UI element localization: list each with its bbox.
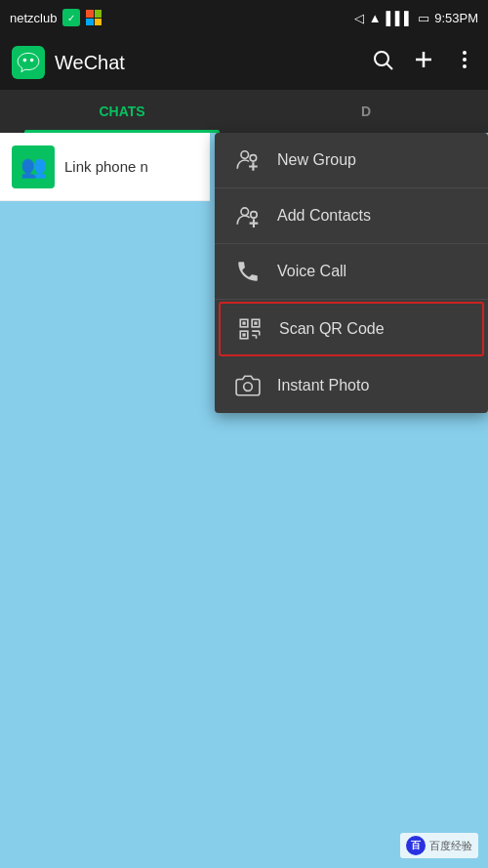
add-contacts-icon xyxy=(234,202,262,229)
svg-rect-22 xyxy=(242,333,245,336)
status-left: netzclub ✓ xyxy=(10,9,102,26)
wifi-icon: ▲ xyxy=(369,11,382,25)
voice-call-icon xyxy=(234,258,262,285)
add-button[interactable] xyxy=(412,48,435,77)
chat-avatar-icon: 👥 xyxy=(20,154,47,180)
svg-point-14 xyxy=(251,212,258,219)
dropdown-menu: New Group Add Contacts Voi xyxy=(215,133,488,413)
chat-avatar: 👥 xyxy=(12,145,55,188)
chat-name: Link phone n xyxy=(64,158,148,175)
top-bar: WeChat xyxy=(0,35,488,90)
scan-qr-label: Scan QR Code xyxy=(279,320,385,338)
watermark: 百 百度经验 xyxy=(400,833,478,858)
battery-icon: ▭ xyxy=(418,11,429,25)
status-right: ◁ ▲ ▌▌▌ ▭ 9:53PM xyxy=(354,11,478,25)
svg-point-13 xyxy=(241,208,249,216)
voice-call-label: Voice Call xyxy=(277,263,346,280)
top-icons xyxy=(371,48,476,77)
svg-line-3 xyxy=(386,63,392,69)
menu-item-new-group[interactable]: New Group xyxy=(215,133,488,188)
signal-icon: ▌▌▌ xyxy=(386,11,414,25)
menu-item-add-contacts[interactable]: Add Contacts xyxy=(215,188,488,244)
app-title: WeChat xyxy=(55,52,361,74)
menu-item-instant-photo[interactable]: Instant Photo xyxy=(215,358,488,413)
app-name-status: netzclub xyxy=(10,11,57,25)
add-contacts-label: Add Contacts xyxy=(277,207,371,225)
status-bar: netzclub ✓ ◁ ▲ ▌▌▌ ▭ 9:53PM xyxy=(0,0,488,35)
scan-qr-icon xyxy=(236,315,264,343)
menu-item-scan-qr[interactable]: Scan QR Code xyxy=(219,302,484,356)
camera-icon xyxy=(234,372,262,399)
windows-icon xyxy=(86,10,102,25)
tab-discover[interactable]: D xyxy=(244,90,488,133)
more-button[interactable] xyxy=(453,48,476,77)
svg-rect-21 xyxy=(254,321,257,324)
instant-photo-label: Instant Photo xyxy=(277,377,369,394)
chat-list-item[interactable]: 👥 Link phone n xyxy=(0,133,210,201)
svg-point-7 xyxy=(463,58,467,62)
tab-bar: CHATS D xyxy=(0,90,488,133)
search-button[interactable] xyxy=(371,48,394,77)
svg-point-8 xyxy=(463,64,467,68)
svg-point-9 xyxy=(241,151,249,159)
baidu-logo: 百 xyxy=(406,836,426,855)
watermark-text: 百度经验 xyxy=(429,839,472,853)
wechat-logo xyxy=(12,46,45,79)
svg-point-27 xyxy=(244,383,253,392)
menu-item-voice-call[interactable]: Voice Call xyxy=(215,244,488,300)
tab-chats[interactable]: CHATS xyxy=(0,90,244,133)
clock: 9:53PM xyxy=(434,11,478,25)
svg-point-10 xyxy=(250,155,257,162)
main-content: 👥 Link phone n New Group xyxy=(0,133,488,868)
nav-icon: ◁ xyxy=(354,11,364,25)
svg-rect-20 xyxy=(242,321,245,324)
new-group-icon xyxy=(234,146,262,174)
svg-point-2 xyxy=(375,52,388,65)
wechat-status-icon: ✓ xyxy=(62,9,80,26)
svg-point-6 xyxy=(463,51,467,55)
new-group-label: New Group xyxy=(277,151,356,169)
